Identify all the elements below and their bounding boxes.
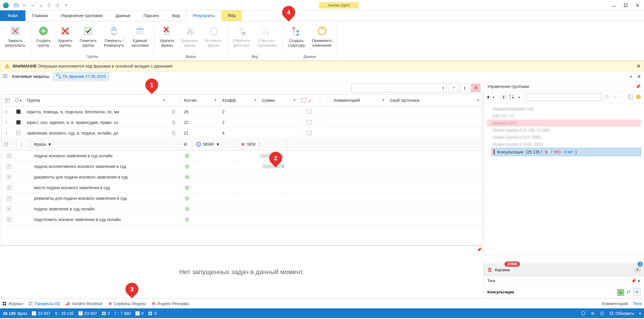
clear-filter-button[interactable]: ✕ [471,84,480,92]
plus-icon[interactable]: + [184,185,190,190]
qat-redo-icon[interactable] [54,2,61,9]
col-coef[interactable]: Коэфф.▼ [219,94,259,106]
inner-tab-byphrases[interactable]: По фразам 27.06.2020 [53,73,108,80]
inner-tabs-close[interactable]: ✕ [636,74,642,79]
subcol-phrase[interactable]: Фраза▼ [31,138,181,150]
row-checkbox[interactable] [7,207,11,211]
subcol-picker-icon[interactable]: ☐ [4,142,8,147]
filter-icon[interactable]: ▼ [214,98,217,102]
list-item[interactable]: подготовить исковое заявление в суд онла… [1,214,482,225]
checkall-column-icon[interactable]: ☐▸ [15,98,22,103]
row-checkbox[interactable] [307,131,311,135]
btab-tags[interactable]: Теги [633,301,642,306]
exact-button[interactable]: ! [460,84,469,92]
sort-tags-icon[interactable] [625,288,632,295]
row-checkbox[interactable] [307,109,311,114]
col-sum[interactable]: Сумма▼ [259,94,298,106]
status-settings-icon[interactable] [590,311,595,316]
help-icon[interactable]: ? [604,94,610,100]
tree-item[interactable]: Новая группа 9 (116 / 552) [487,141,641,148]
add-group-icon[interactable]: + [487,94,490,100]
single-header-button[interactable]: Единый заголовок [129,23,151,53]
tree-item-selected[interactable]: Консультации (26 135 / 🗑 7 993 23 007 ) [491,148,641,156]
qat-link-icon[interactable] [30,2,36,9]
subcol-yserp[interactable]: Я SER ⋮ [238,138,287,150]
btab-processes[interactable]: Процессы (0) [29,301,60,306]
close-panel-icon[interactable]: ✕ [637,279,640,283]
column-picker-icon[interactable] [5,98,10,103]
pin-icon[interactable]: 📌 [635,84,640,89]
close-results-button[interactable]: Закрыть результаты [3,23,28,53]
add-tag-icon[interactable]: + [617,289,624,296]
filter-icon[interactable]: ▼ [293,98,296,102]
eye-icon[interactable] [635,268,640,272]
tag-view-icon[interactable] [633,288,640,295]
create-structure-button[interactable]: Создать структуру [285,23,307,53]
tree-item[interactable]: Корзина (07) [487,120,641,127]
table-row[interactable]: ▸юриста, помощь, в, подольск, бесплатно,… [1,107,482,117]
row-checkbox[interactable] [307,120,311,125]
tree-item[interactable]: Форма/компания (18) [487,105,641,112]
list-item[interactable]: подача заявления в суд онлайн+ [1,204,482,214]
warning-close-button[interactable]: ✕ [636,63,641,69]
sort-az-icon[interactable]: AZ [509,94,515,100]
tab-main[interactable]: Главная [25,10,54,21]
qat-erase-icon[interactable] [38,2,44,9]
layout-icon[interactable] [628,94,633,100]
subcol-menu-icon[interactable]: ⋮ [20,142,24,147]
selected-tag[interactable]: Консультации [487,290,514,294]
apply-changes-button[interactable]: Применить изменения [310,23,334,53]
arrow-right-icon[interactable]: → [620,94,625,100]
plus-icon[interactable]: + [184,153,190,158]
qat-key-icon[interactable] [21,2,28,9]
tree-item[interactable]: ЮО (13 / 2) [487,112,641,120]
btab-journal[interactable]: Журнал [2,301,23,306]
inner-tabs-dropdown[interactable]: ▾ [628,74,634,79]
minimize-button[interactable] [609,1,619,9]
list-item[interactable]: подача коллективного искового заявления … [1,161,482,172]
tab-parsing[interactable]: Парсинг [137,10,166,21]
plus-icon[interactable]: + [184,217,190,222]
create-group-button[interactable]: Создать группу [34,23,53,53]
plus-icon[interactable]: + [184,174,190,180]
row-checkbox[interactable] [16,109,21,114]
status-dropdown-icon[interactable]: ▾ [639,311,641,316]
col-checkbox[interactable] [298,94,320,106]
expander-icon[interactable]: ▸ [6,121,9,124]
plus-icon[interactable]: + [184,196,190,201]
column-menu-icon[interactable]: ⋮ [257,142,261,147]
pin-icon[interactable]: 📌 [631,279,636,283]
delete-groups-button[interactable]: Удалить группы [55,23,75,53]
tab-results[interactable]: Результаты [186,10,222,21]
filter-icon[interactable]: ▼ [162,98,166,102]
qat-overflow-icon[interactable]: ▾ [63,2,69,9]
col-comment[interactable]: Комментарий▼ [331,94,387,106]
row-checkbox[interactable] [7,185,11,190]
row-checkbox[interactable] [7,217,11,222]
col-qty[interactable]: Кол-во▼ [181,94,219,106]
table-row[interactable]: ▾заявления, искового, суд, в, подачи, он… [1,128,482,138]
delete-phrases-button[interactable]: Удалить фразы [157,23,177,53]
btab-ads[interactable]: ЯЯндекс Реклама [151,301,189,306]
expander-icon[interactable]: ▾ [6,131,9,135]
filter-icon[interactable]: ▼ [381,98,385,102]
list-item[interactable]: подача искового заявления в суд онлайн+1… [1,150,482,161]
btab-wordstat[interactable]: Yandex.Wordstat [65,301,102,306]
plus-icon[interactable]: + [184,164,190,169]
eye-icon[interactable] [501,95,506,99]
subcol-and[interactable]: И [181,138,193,150]
btab-comment[interactable]: Комментарий [602,301,628,306]
expander-icon[interactable]: ▸ [6,110,9,114]
close-window-button[interactable] [632,1,643,9]
regex-button[interactable]: .* [449,84,458,92]
filter-combo[interactable]: ▼ [351,84,447,92]
tab-file[interactable]: Файл [0,10,25,21]
cut-phrases-button[interactable]: Вырезать фразы [179,23,201,53]
list-item[interactable]: место подачи искового заявления в суд+ [1,182,482,193]
row-checkbox[interactable] [16,131,21,135]
trash-section[interactable]: 🗑 Корзина 17843 3 [484,264,644,276]
plus-icon[interactable]: + [184,206,190,212]
col-group[interactable]: Группа▼ [24,94,168,106]
col-custom[interactable]: Свой заголовок▼ [387,94,482,106]
tree-item[interactable]: Новая группа 8 (121 589) [487,134,641,141]
